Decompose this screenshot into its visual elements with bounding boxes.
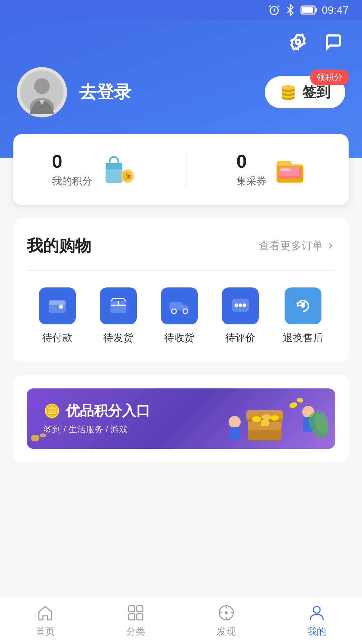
pending-ship-icon-bg <box>100 287 137 324</box>
home-nav-icon <box>36 604 54 622</box>
order-label-3: 待评价 <box>225 331 255 345</box>
svg-text:¥: ¥ <box>301 301 305 309</box>
svg-rect-59 <box>129 606 135 612</box>
svg-rect-3 <box>302 7 313 13</box>
svg-rect-46 <box>261 420 269 426</box>
svg-rect-61 <box>129 614 135 620</box>
svg-rect-27 <box>59 305 63 309</box>
svg-point-13 <box>282 85 295 90</box>
checkin-label: 签到 <box>302 83 330 102</box>
svg-point-69 <box>313 606 320 613</box>
pending-receive-icon-bg <box>161 287 198 324</box>
coupons-number: 0 <box>236 151 266 172</box>
order-item-refund[interactable]: ¥ 退换售后 <box>283 287 323 345</box>
profile-nav-icon <box>308 604 326 622</box>
coin-icon <box>280 84 297 101</box>
order-icons-row: 待付款 待发货 <box>27 287 335 345</box>
svg-text:🛍: 🛍 <box>125 173 131 179</box>
points-label: 我的积分 <box>52 174 92 188</box>
order-item-pending-payment[interactable]: 待付款 <box>39 287 76 345</box>
pending-payment-icon-bg <box>39 287 76 324</box>
points-banner[interactable]: 🪙 优品积分入口 签到 / 生活服务 / 游戏 <box>27 388 335 449</box>
svg-point-57 <box>289 401 298 409</box>
svg-point-47 <box>252 416 261 422</box>
nav-item-home[interactable]: 首页 <box>0 604 90 638</box>
nav-label-discover: 发现 <box>217 625 236 638</box>
coupons-label: 集采券 <box>236 174 266 188</box>
home-icon <box>36 604 54 622</box>
section-divider <box>27 270 335 271</box>
svg-rect-31 <box>170 303 182 310</box>
bottom-spacer <box>0 462 362 516</box>
points-stat[interactable]: 0 我的积分 🛍 <box>52 151 136 188</box>
checkin-badge: 领积分 <box>310 69 349 85</box>
alarm-icon <box>268 4 280 16</box>
coupons-illustration <box>273 151 310 188</box>
svg-point-49 <box>271 415 279 421</box>
stat-divider <box>186 153 186 186</box>
more-orders-text: 查看更多订单 <box>259 238 323 253</box>
checkin-wrapper[interactable]: 领积分 签到 <box>265 76 345 108</box>
settings-icon <box>289 33 307 51</box>
coupons-stat[interactable]: 0 集采券 <box>236 151 310 188</box>
svg-point-32 <box>172 309 176 314</box>
shopping-title: 我的购物 <box>27 235 91 257</box>
profile-row: 去登录 领积分 签到 <box>17 67 345 117</box>
message-button[interactable] <box>322 30 345 54</box>
refund-icon: ¥ <box>292 295 314 317</box>
order-label-4: 退换售后 <box>283 331 323 345</box>
bluetooth-icon <box>284 4 296 16</box>
shopping-header: 我的购物 查看更多订单 <box>27 235 335 257</box>
banner-decorations <box>201 388 335 449</box>
pending-review-icon-bg <box>222 287 259 324</box>
clock-time: 09:47 <box>322 4 349 16</box>
profile-left: 去登录 <box>17 67 131 117</box>
svg-point-35 <box>235 304 238 307</box>
status-bar: 09:47 <box>0 0 362 20</box>
more-orders-link[interactable]: 查看更多订单 <box>259 238 335 253</box>
nav-item-profile[interactable]: 我的 <box>272 604 362 638</box>
order-item-pending-receive[interactable]: 待收货 <box>161 287 198 345</box>
svg-rect-51 <box>230 427 240 440</box>
chest-svg <box>208 392 328 445</box>
svg-point-50 <box>229 416 241 428</box>
nav-label-category: 分类 <box>126 625 145 638</box>
order-item-pending-review[interactable]: 待评价 <box>222 287 259 345</box>
svg-point-64 <box>225 612 227 614</box>
login-prompt[interactable]: 去登录 <box>79 80 131 104</box>
points-number: 0 <box>52 151 92 172</box>
delivery-icon <box>169 295 190 317</box>
avatar[interactable] <box>17 67 67 117</box>
svg-point-33 <box>183 309 188 314</box>
status-icons: 09:47 <box>268 4 349 16</box>
comment-icon <box>230 295 251 317</box>
category-icon <box>127 604 145 622</box>
svg-point-36 <box>239 304 242 307</box>
svg-point-37 <box>243 304 246 307</box>
points-content: 0 我的积分 <box>52 151 92 188</box>
banner-subtitle: 签到 / 生活服务 / 游戏 <box>44 424 150 435</box>
order-item-pending-ship[interactable]: 待发货 <box>100 287 137 345</box>
profile-icon <box>308 604 326 622</box>
box-icon <box>108 295 129 317</box>
discover-nav-icon <box>217 604 235 622</box>
svg-point-58 <box>296 397 304 403</box>
order-label-1: 待发货 <box>103 331 133 345</box>
nav-label-profile: 我的 <box>307 625 326 638</box>
coupons-content: 0 集采券 <box>236 151 266 188</box>
settings-button[interactable] <box>286 30 310 54</box>
banner-section: 🪙 优品积分入口 签到 / 生活服务 / 游戏 <box>13 375 349 462</box>
svg-point-40 <box>31 435 39 440</box>
message-icon <box>325 33 342 51</box>
order-label-0: 待付款 <box>42 331 72 345</box>
svg-rect-15 <box>106 163 122 169</box>
nav-item-category[interactable]: 分类 <box>90 604 181 638</box>
svg-rect-26 <box>49 301 65 305</box>
stats-card: 0 我的积分 🛍 0 集采券 <box>13 134 349 205</box>
svg-rect-62 <box>137 614 143 620</box>
header-icons-row <box>17 30 345 54</box>
svg-rect-60 <box>137 606 143 612</box>
nav-item-discover[interactable]: 发现 <box>181 604 272 638</box>
chevron-right-icon <box>326 241 335 251</box>
wallet-icon <box>47 295 68 317</box>
